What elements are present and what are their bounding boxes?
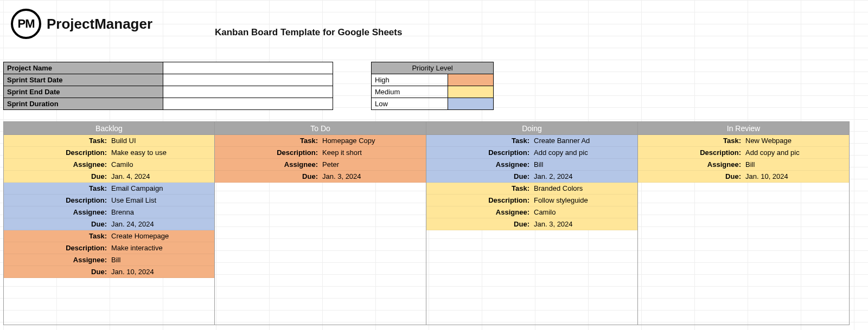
card-field-label: Description: — [426, 147, 532, 158]
card-row-task: Task:Homepage Copy — [215, 135, 426, 147]
card-field-label: Task: — [426, 183, 532, 194]
brand-mark: PM — [11, 9, 41, 39]
card-row-description: Description:Use Email List — [4, 195, 214, 206]
meta-value-project-name[interactable] — [163, 62, 333, 74]
meta-label: Sprint Duration — [4, 98, 163, 110]
card-field-label: Description: — [4, 242, 109, 254]
column-header: Backlog — [4, 122, 214, 135]
card-field-label: Description: — [4, 195, 109, 206]
priority-name: Medium — [372, 86, 448, 98]
card-field-label: Assignee: — [426, 206, 532, 218]
card-field-value-description: Keep it short — [320, 147, 426, 158]
card-field-value-task: Create Banner Ad — [532, 135, 637, 146]
card-field-value-task: Create Homepage — [109, 230, 214, 242]
card-field-value-description: Use Email List — [109, 195, 214, 206]
priority-swatch-low — [448, 98, 494, 110]
card-row-due: Due:Jan. 2, 2024 — [426, 171, 637, 183]
card-row-assignee: Assignee:Peter — [215, 159, 426, 171]
kanban-card[interactable]: Task:Create HomepageDescription:Make int… — [4, 230, 214, 278]
card-field-value-assignee: Bill — [532, 159, 637, 170]
kanban-board: BacklogTask:Build UIDescription:Make eas… — [3, 121, 850, 325]
card-row-assignee: Assignee:Brenna — [4, 206, 214, 218]
card-field-value-task: Homepage Copy — [320, 135, 426, 146]
card-field-value-due: Jan. 3, 2024 — [532, 218, 637, 230]
card-field-value-assignee: Peter — [320, 159, 426, 170]
card-field-label: Due: — [638, 171, 743, 182]
card-row-assignee: Assignee:Camilo — [426, 206, 637, 218]
spreadsheet-canvas: PM ProjectManager Kanban Board Template … — [0, 0, 868, 330]
card-field-value-assignee: Camilo — [532, 206, 637, 218]
card-field-value-task: Branded Colors — [532, 183, 637, 194]
meta-row-sprint-start: Sprint Start Date — [4, 74, 333, 86]
page-title: Kanban Board Template for Google Sheets — [215, 27, 402, 38]
card-field-value-due: Jan. 3, 2024 — [320, 171, 426, 182]
priority-row-high: High — [372, 74, 494, 86]
card-field-label: Description: — [4, 147, 109, 158]
card-field-value-due: Jan. 10, 2024 — [743, 171, 849, 182]
card-field-value-description: Follow styleguide — [532, 195, 637, 206]
priority-header: Priority Level — [372, 62, 494, 74]
card-field-label: Description: — [638, 147, 743, 158]
column-header: To Do — [215, 122, 426, 135]
card-field-value-due: Jan. 10, 2024 — [109, 266, 214, 277]
card-field-value-assignee: Bill — [743, 159, 849, 170]
meta-label: Sprint End Date — [4, 86, 163, 98]
card-row-assignee: Assignee:Camilo — [4, 159, 214, 171]
column-header: In Review — [638, 122, 849, 135]
card-field-label: Assignee: — [4, 159, 109, 170]
card-row-task: Task:Create Banner Ad — [426, 135, 637, 147]
card-field-label: Description: — [426, 195, 532, 206]
card-row-due: Due:Jan. 24, 2024 — [4, 218, 214, 230]
card-field-value-due: Jan. 2, 2024 — [532, 171, 637, 182]
card-field-label: Assignee: — [4, 254, 109, 266]
card-field-label: Task: — [426, 135, 532, 146]
card-field-label: Assignee: — [215, 159, 320, 170]
card-row-task: Task:New Webpage — [638, 135, 849, 147]
card-row-assignee: Assignee:Bill — [426, 159, 637, 171]
meta-value-sprint-duration[interactable] — [163, 98, 333, 110]
card-row-due: Due:Jan. 4, 2024 — [4, 171, 214, 183]
card-field-value-task: Email Campaign — [109, 183, 214, 194]
kanban-column: In ReviewTask:New WebpageDescription:Add… — [638, 122, 850, 325]
kanban-card[interactable]: Task:Homepage CopyDescription:Keep it sh… — [215, 135, 426, 183]
meta-row-project-name: Project Name — [4, 62, 333, 74]
card-field-value-description: Add copy and pic — [532, 147, 637, 158]
priority-legend: Priority Level High Medium Low — [371, 62, 494, 110]
kanban-card[interactable]: Task:Email CampaignDescription:Use Email… — [4, 183, 214, 230]
priority-row-low: Low — [372, 98, 494, 110]
card-row-due: Due:Jan. 3, 2024 — [215, 171, 426, 183]
card-field-label: Assignee: — [426, 159, 532, 170]
kanban-card[interactable]: Task:Create Banner AdDescription:Add cop… — [426, 135, 637, 183]
card-row-task: Task:Branded Colors — [426, 183, 637, 195]
brand-name: ProjectManager — [47, 16, 152, 33]
card-field-value-description: Make interactive — [109, 242, 214, 254]
card-row-due: Due:Jan. 10, 2024 — [638, 171, 849, 183]
card-field-value-assignee: Camilo — [109, 159, 214, 170]
kanban-card[interactable]: Task:Build UIDescription:Make easy to us… — [4, 135, 214, 183]
priority-name: High — [372, 74, 448, 86]
priority-swatch-high — [448, 74, 494, 86]
card-row-description: Description:Follow styleguide — [426, 195, 637, 206]
card-field-label: Due: — [426, 171, 532, 182]
meta-value-sprint-end[interactable] — [163, 86, 333, 98]
kanban-card[interactable]: Task:New WebpageDescription:Add copy and… — [638, 135, 849, 183]
kanban-column: To DoTask:Homepage CopyDescription:Keep … — [215, 122, 426, 325]
card-field-value-description: Add copy and pic — [743, 147, 849, 158]
card-field-label: Task: — [215, 135, 320, 146]
kanban-card[interactable]: Task:Branded ColorsDescription:Follow st… — [426, 183, 637, 230]
meta-label: Sprint Start Date — [4, 74, 163, 86]
column-header: Doing — [426, 122, 637, 135]
card-field-value-task: New Webpage — [743, 135, 849, 146]
kanban-column: BacklogTask:Build UIDescription:Make eas… — [3, 122, 215, 325]
meta-value-sprint-start[interactable] — [163, 74, 333, 86]
card-field-label: Due: — [4, 266, 109, 277]
card-row-description: Description:Make easy to use — [4, 147, 214, 159]
priority-name: Low — [372, 98, 448, 110]
priority-swatch-medium — [448, 86, 494, 98]
card-field-value-due: Jan. 24, 2024 — [109, 218, 214, 230]
card-field-value-assignee: Brenna — [109, 206, 214, 218]
card-row-due: Due:Jan. 3, 2024 — [426, 218, 637, 230]
card-field-label: Assignee: — [4, 206, 109, 218]
card-row-assignee: Assignee:Bill — [4, 254, 214, 266]
card-row-description: Description:Add copy and pic — [426, 147, 637, 159]
